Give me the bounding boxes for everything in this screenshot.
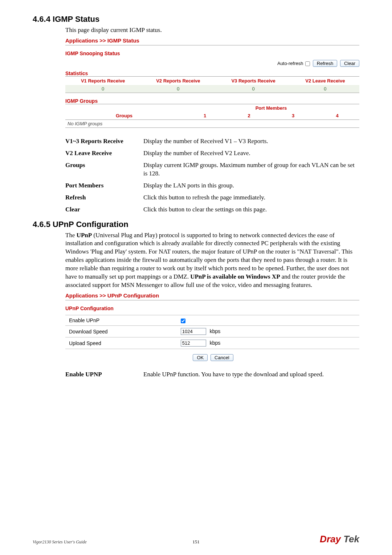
section-heading-igmp-status: 4.6.4 IGMP Status: [33, 15, 359, 24]
auto-refresh-label: Auto-refresh: [277, 61, 303, 66]
port-col-1: 1: [183, 112, 227, 120]
divider: [65, 300, 359, 300]
def-term: V1~3 Reports Receive: [65, 137, 143, 146]
breadcrumb: Applications >> IGMP Status: [65, 37, 359, 44]
upload-speed-input[interactable]: [181, 340, 206, 347]
stats-header-v2leave: V2 Leave Receive: [291, 76, 359, 85]
def-desc: Display the number of Received V2 Leave.: [143, 149, 359, 158]
unit-label: kbps: [210, 340, 221, 346]
download-speed-label: Download Speed: [65, 326, 177, 337]
stats-header-v2: V2 Reports Receive: [140, 76, 216, 85]
port-col-4: 4: [315, 112, 359, 120]
stats-header-v3: V3 Reports Receive: [216, 76, 291, 85]
footer-left: Vigor2130 Series User's Guide: [33, 539, 87, 545]
stats-value-v3: 0: [216, 85, 291, 93]
statistics-table: V1 Reports Receive V2 Reports Receive V3…: [65, 76, 359, 93]
statistics-title: Statistics: [65, 70, 359, 76]
footer-logo: Dray Tek: [320, 534, 359, 545]
upload-speed-label: Upload Speed: [65, 337, 177, 349]
def-desc: Display the LAN ports in this group.: [143, 182, 359, 190]
def-desc: Display current IGMP groups. Maximum num…: [143, 161, 359, 178]
stats-header-v1: V1 Reports Receive: [65, 76, 140, 85]
footer-page-number: 151: [192, 539, 200, 545]
enable-upnp-label: Enable UPnP: [65, 315, 177, 326]
port-members-header: Port Members: [183, 104, 359, 112]
refresh-button[interactable]: Refresh: [313, 60, 338, 67]
def-term: Refresh: [65, 194, 143, 202]
screenshot-igmp-status: Applications >> IGMP Status IGMP Snoopin…: [65, 37, 359, 128]
igmp-groups-table: Groups Port Members 1 2 3 4 No IGMP grou…: [65, 104, 359, 128]
def-term: Enable UPNP: [65, 370, 143, 379]
def-term: Port Members: [65, 182, 143, 190]
panel-title-upnp: UPnP Configuration: [65, 305, 359, 311]
stats-value-v2leave: 0: [291, 85, 359, 93]
stats-value-v2: 0: [140, 85, 216, 93]
definitions-igmp: V1~3 Reports ReceiveDisplay the number o…: [65, 137, 359, 214]
page-footer: Vigor2130 Series User's Guide 151 Dray T…: [33, 534, 359, 545]
upnp-form-table: Enable UPnP Download Speed kbps Upload S…: [65, 315, 359, 349]
panel-title-snooping: IGMP Snooping Status: [65, 50, 359, 56]
def-term: Clear: [65, 206, 143, 214]
enable-upnp-checkbox[interactable]: [181, 319, 185, 323]
port-col-2: 2: [227, 112, 271, 120]
upnp-paragraph: The UPnP (Universal Plug and Play) proto…: [65, 231, 359, 290]
cancel-button[interactable]: Cancel: [211, 354, 233, 361]
igmp-groups-title: IGMP Groups: [65, 98, 359, 104]
intro-text: This page display current IGMP status.: [65, 26, 359, 35]
section-heading-upnp: 4.6.5 UPnP Configuration: [33, 220, 359, 229]
groups-header: Groups: [65, 104, 183, 119]
no-groups-row: No IGMP groups: [65, 119, 359, 127]
unit-label: kbps: [210, 328, 221, 334]
screenshot-upnp: Applications >> UPnP Configuration UPnP …: [65, 292, 359, 361]
auto-refresh-checkbox[interactable]: [305, 61, 310, 66]
breadcrumb-upnp: Applications >> UPnP Configuration: [65, 292, 359, 299]
def-term: V2 Leave Receive: [65, 149, 143, 158]
def-desc: Click this button to clear the settings …: [143, 206, 359, 214]
port-col-3: 3: [271, 112, 315, 120]
def-term: Groups: [65, 161, 143, 178]
divider: [65, 45, 359, 45]
clear-button[interactable]: Clear: [340, 60, 359, 67]
def-desc: Click this button to refresh the page im…: [143, 194, 359, 202]
stats-value-v1: 0: [65, 85, 140, 93]
download-speed-input[interactable]: [181, 328, 206, 335]
def-desc: Display the number of Received V1 – V3 R…: [143, 137, 359, 146]
definitions-upnp: Enable UPNPEnable UPnP function. You hav…: [65, 370, 359, 379]
def-desc: Enable UPnP function. You have to type t…: [143, 370, 359, 379]
ok-button[interactable]: OK: [193, 354, 208, 361]
